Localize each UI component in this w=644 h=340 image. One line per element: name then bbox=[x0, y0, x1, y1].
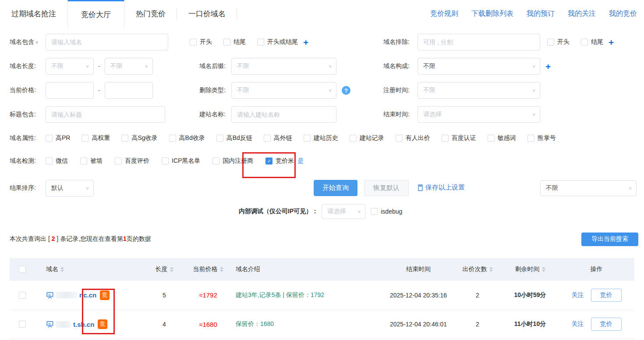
filter-row-domain-detect: 域名检测: 微信 被墙 百度评价 ICP黑名单 国内注册商 ✓ 竞价米: 是 bbox=[0, 155, 644, 167]
delete-type-label: 删除类型: bbox=[199, 86, 231, 94]
row-checkbox[interactable] bbox=[19, 321, 26, 328]
price-max-input[interactable] bbox=[105, 82, 153, 99]
checkbox[interactable] bbox=[46, 157, 53, 165]
help-icon[interactable]: ? bbox=[342, 86, 350, 95]
checkbox-contains-both[interactable]: 开头或结尾 bbox=[257, 38, 298, 46]
sort-icon[interactable] bbox=[489, 267, 493, 272]
checkbox-detect-jingjiami[interactable]: ✓ 竞价米: 是 bbox=[265, 157, 304, 165]
checkbox[interactable] bbox=[169, 135, 176, 142]
current-price: ≈1680 bbox=[199, 321, 217, 328]
checkbox[interactable] bbox=[350, 135, 357, 142]
link-download-delete-list[interactable]: 下载删除列表 bbox=[471, 9, 513, 18]
checkbox-detect-wechat[interactable]: 微信 bbox=[46, 157, 68, 165]
checkbox-attr-baidu-verified[interactable]: 百度认证 bbox=[442, 134, 476, 142]
checkbox-checked[interactable]: ✓ bbox=[265, 157, 272, 165]
checkbox[interactable] bbox=[212, 157, 219, 165]
link-my-reservations[interactable]: 我的预订 bbox=[527, 9, 555, 18]
checkbox-detect-baidu-review[interactable]: 百度评价 bbox=[115, 157, 149, 165]
checkbox[interactable] bbox=[264, 135, 271, 142]
checkbox[interactable] bbox=[527, 135, 534, 142]
row-checkbox[interactable] bbox=[19, 292, 26, 299]
current-price: ≈1792 bbox=[199, 291, 217, 299]
bid-button[interactable]: 竞价 bbox=[591, 318, 622, 331]
sort-icon[interactable] bbox=[542, 267, 545, 272]
link-my-bids[interactable]: 我的竞价 bbox=[609, 9, 637, 18]
reset-default-button[interactable]: 恢复默认 bbox=[364, 180, 409, 196]
follow-link[interactable]: 关注 bbox=[572, 291, 584, 299]
debug-select[interactable]: 请选择∨ bbox=[322, 204, 365, 219]
checkbox-detect-blocked[interactable]: 被墙 bbox=[80, 157, 103, 165]
save-settings-link[interactable]: 保存以上设置 bbox=[417, 183, 465, 192]
title-contains-input[interactable] bbox=[46, 106, 165, 123]
checkbox-attr-high-pr[interactable]: 高PR bbox=[46, 134, 70, 142]
checkbox-exclude-start[interactable]: 开头 bbox=[547, 38, 570, 46]
checkbox-detect-cn-registrar[interactable]: 国内注册商 bbox=[212, 157, 253, 165]
checkbox-attr-high-sg[interactable]: 高Sg收录 bbox=[121, 134, 157, 142]
checkbox[interactable] bbox=[115, 157, 122, 165]
price-min-input[interactable] bbox=[46, 82, 94, 99]
checkbox[interactable] bbox=[190, 39, 197, 46]
plus-icon[interactable]: + bbox=[609, 38, 614, 47]
checkbox-contains-start[interactable]: 开头 bbox=[190, 38, 212, 46]
checkbox-attr-sensitive[interactable]: 敏感词 bbox=[488, 134, 516, 142]
length-to-select[interactable]: 不限∨ bbox=[105, 58, 153, 75]
checkbox-contains-end[interactable]: 结尾 bbox=[223, 38, 246, 46]
domain-compose-select[interactable]: 不限∨ bbox=[418, 58, 540, 75]
site-name-input[interactable] bbox=[231, 106, 336, 123]
checkbox-detect-icp-blacklist[interactable]: ICP黑名单 bbox=[162, 157, 200, 165]
domain-exclude-input[interactable] bbox=[418, 34, 540, 50]
delete-type-select[interactable]: 不限∨ bbox=[231, 82, 336, 99]
tab-hot-auction[interactable]: 热门竞价 bbox=[124, 0, 177, 28]
domain-contains-input[interactable] bbox=[46, 34, 168, 50]
checkbox-attr-high-extlink[interactable]: 高外链 bbox=[264, 134, 292, 142]
checkbox[interactable] bbox=[581, 39, 588, 46]
domain-contains-label[interactable]: 域名包含∨ bbox=[10, 38, 46, 46]
bid-button[interactable]: 竞价 bbox=[591, 289, 622, 302]
register-time-select[interactable]: 不限∨ bbox=[418, 82, 540, 99]
result-sort-select[interactable]: 默认∨ bbox=[46, 180, 94, 197]
link-my-follows[interactable]: 我的关注 bbox=[568, 9, 596, 18]
checkbox[interactable] bbox=[396, 135, 403, 142]
checkbox-attr-high-weight[interactable]: 高权重 bbox=[81, 134, 110, 142]
checkbox[interactable] bbox=[46, 135, 53, 142]
checkbox-exclude-end[interactable]: 结尾 bbox=[581, 38, 603, 46]
checkbox[interactable] bbox=[442, 135, 449, 142]
checkbox-attr-xiongzhang[interactable]: 熊掌号 bbox=[527, 134, 556, 142]
right-filter-select[interactable]: 不限∨ bbox=[540, 180, 637, 196]
start-query-button[interactable]: 开始查询 bbox=[314, 180, 357, 196]
length-from-select[interactable]: 不限∨ bbox=[46, 58, 94, 75]
sort-icon[interactable] bbox=[170, 267, 173, 272]
checkbox[interactable] bbox=[216, 135, 223, 142]
select-all-checkbox[interactable] bbox=[19, 266, 26, 273]
end-time-select[interactable]: 请选择∨ bbox=[418, 106, 540, 123]
tab-fixed-price[interactable]: 一口价域名 bbox=[177, 0, 237, 28]
link-auction-rules[interactable]: 竞价规则 bbox=[430, 9, 458, 18]
checkbox-attr-site-history[interactable]: 建站历史 bbox=[304, 134, 338, 142]
plus-icon[interactable]: + bbox=[545, 62, 551, 71]
plus-icon[interactable]: + bbox=[303, 38, 308, 47]
checkbox[interactable] bbox=[257, 39, 264, 46]
checkbox-attr-has-bid[interactable]: 有人出价 bbox=[396, 134, 430, 142]
checkbox[interactable] bbox=[223, 39, 230, 46]
checkbox-attr-site-record[interactable]: 建站记录 bbox=[350, 134, 384, 142]
tab-expired-domains[interactable]: 过期域名抢注 bbox=[0, 0, 67, 28]
sort-icon[interactable] bbox=[60, 267, 64, 272]
checkbox-isdebug[interactable]: isdebug bbox=[371, 208, 402, 215]
checkbox[interactable] bbox=[547, 39, 554, 46]
export-search-button[interactable]: 导出当前搜索 bbox=[581, 233, 638, 246]
checkbox[interactable] bbox=[81, 135, 88, 142]
domain-link[interactable]: t.sh.cn bbox=[73, 321, 94, 328]
checkbox[interactable] bbox=[304, 135, 311, 142]
domain-link[interactable]: nc.cn bbox=[79, 291, 96, 299]
follow-link[interactable]: 关注 bbox=[572, 320, 584, 328]
checkbox-attr-high-bd-backlink[interactable]: 高Bd反链 bbox=[216, 134, 252, 142]
checkbox[interactable] bbox=[371, 208, 378, 215]
tab-auction-hall[interactable]: 竞价大厅 bbox=[67, 0, 124, 28]
checkbox[interactable] bbox=[162, 157, 169, 165]
sort-icon[interactable] bbox=[220, 267, 223, 272]
checkbox[interactable] bbox=[121, 135, 128, 142]
checkbox[interactable] bbox=[80, 157, 87, 165]
checkbox-attr-high-bd[interactable]: 高Bd收录 bbox=[169, 134, 205, 142]
domain-suffix-select[interactable]: 不限∨ bbox=[231, 58, 336, 75]
checkbox[interactable] bbox=[488, 135, 495, 142]
